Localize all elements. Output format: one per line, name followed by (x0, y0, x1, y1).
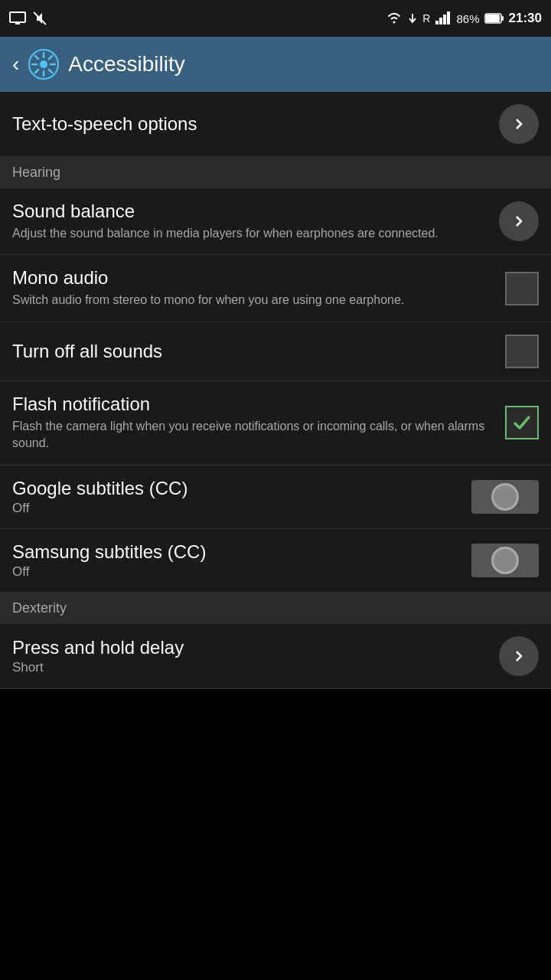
signal-bars-icon (435, 11, 452, 25)
google-subtitles-toggle[interactable] (471, 480, 539, 514)
signal-label: R (422, 12, 430, 24)
flash-notification-content: Flash notification Flash the camera ligh… (12, 394, 505, 452)
press-hold-delay-title: Press and hold delay (12, 637, 487, 658)
status-left (9, 11, 47, 26)
svg-point-11 (40, 60, 47, 68)
samsung-subtitles-status: Off (12, 564, 459, 580)
text-to-speech-title: Text-to-speech options (12, 113, 487, 135)
wifi-icon (386, 11, 403, 25)
google-subtitles-item[interactable]: Google subtitles (CC) Off (0, 466, 551, 529)
mono-audio-checkbox[interactable] (505, 272, 539, 305)
flash-notification-desc: Flash the camera light when you receive … (12, 418, 493, 452)
sound-balance-desc: Adjust the sound balance in media player… (12, 225, 487, 242)
header: ‹ Accessibility (0, 37, 551, 92)
hearing-section-header: Hearing (0, 157, 551, 188)
sound-balance-item[interactable]: Sound balance Adjust the sound balance i… (0, 188, 551, 255)
mono-audio-content: Mono audio Switch audio from stereo to m… (12, 267, 505, 309)
samsung-subtitles-content: Samsung subtitles (CC) Off (12, 541, 471, 580)
samsung-subtitles-toggle[interactable] (471, 544, 539, 577)
text-to-speech-chevron[interactable] (499, 104, 539, 144)
turn-off-sounds-content: Turn off all sounds (12, 341, 505, 362)
svg-rect-5 (443, 15, 446, 24)
svg-rect-9 (486, 15, 500, 22)
google-subtitles-title: Google subtitles (CC) (12, 478, 459, 499)
svg-rect-6 (447, 11, 450, 24)
svg-rect-8 (501, 16, 504, 21)
text-to-speech-content: Text-to-speech options (12, 113, 499, 135)
back-button[interactable]: ‹ (12, 52, 19, 77)
sound-balance-title: Sound balance (12, 201, 487, 222)
dexterity-section-header: Dexterity (0, 593, 551, 624)
turn-off-sounds-item[interactable]: Turn off all sounds (0, 322, 551, 381)
flash-notification-title: Flash notification (12, 394, 493, 415)
sound-balance-content: Sound balance Adjust the sound balance i… (12, 201, 499, 242)
download-icon (407, 12, 418, 24)
screen-icon (9, 11, 26, 25)
turn-off-sounds-title: Turn off all sounds (12, 341, 493, 362)
samsung-subtitles-toggle-knob (491, 547, 519, 574)
press-hold-delay-item[interactable]: Press and hold delay Short (0, 624, 551, 689)
svg-rect-3 (435, 21, 439, 24)
battery-text: 86% (456, 12, 479, 25)
google-subtitles-content: Google subtitles (CC) Off (12, 478, 471, 516)
time-label: 21:30 (509, 11, 542, 26)
press-hold-delay-chevron[interactable] (499, 636, 539, 676)
accessibility-gear-icon (28, 49, 59, 80)
svg-rect-1 (15, 22, 20, 24)
mono-audio-desc: Switch audio from stereo to mono for whe… (12, 292, 493, 309)
mono-audio-item[interactable]: Mono audio Switch audio from stereo to m… (0, 255, 551, 322)
sound-balance-chevron[interactable] (499, 201, 539, 241)
press-hold-delay-status: Short (12, 660, 487, 675)
svg-rect-0 (10, 12, 25, 22)
turn-off-sounds-checkbox[interactable] (505, 335, 539, 368)
press-hold-delay-content: Press and hold delay Short (12, 637, 499, 675)
samsung-subtitles-item[interactable]: Samsung subtitles (CC) Off (0, 529, 551, 593)
svg-rect-4 (439, 18, 442, 24)
header-title: Accessibility (68, 52, 184, 77)
flash-notification-item[interactable]: Flash notification Flash the camera ligh… (0, 381, 551, 466)
google-subtitles-status: Off (12, 501, 459, 516)
flash-notification-checkbox[interactable] (505, 406, 539, 439)
mute-icon (32, 11, 47, 26)
status-right: R 86% 21:30 (386, 11, 542, 26)
battery-icon (484, 12, 504, 24)
mono-audio-title: Mono audio (12, 267, 493, 289)
text-to-speech-item[interactable]: Text-to-speech options (0, 92, 551, 157)
samsung-subtitles-title: Samsung subtitles (CC) (12, 541, 459, 563)
google-subtitles-toggle-knob (491, 483, 519, 511)
status-bar: R 86% 21:30 (0, 0, 551, 37)
